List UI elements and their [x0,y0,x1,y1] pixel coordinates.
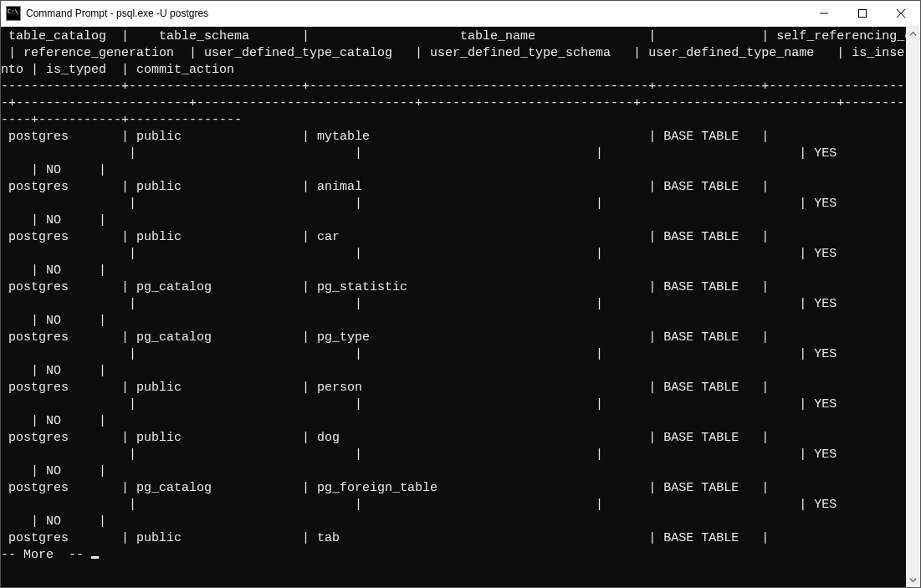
close-button[interactable] [882,1,920,26]
titlebar[interactable]: Command Prompt - psql.exe -U postgres [1,1,920,27]
cursor [91,556,99,559]
app-window: Command Prompt - psql.exe -U postgres ta… [0,0,921,588]
terminal-output[interactable]: table_catalog | table_schema | table_nam… [1,27,906,587]
svg-rect-0 [859,10,867,18]
window-title: Command Prompt - psql.exe -U postgres [26,8,208,19]
scroll-up-button[interactable] [906,27,920,41]
client-area: table_catalog | table_schema | table_nam… [1,27,920,587]
vertical-scrollbar[interactable] [906,27,920,587]
minimize-button[interactable] [805,1,843,26]
cmd-icon [6,6,21,21]
scroll-down-button[interactable] [906,573,920,587]
terminal-text: table_catalog | table_schema | table_nam… [1,28,903,564]
maximize-button[interactable] [843,1,882,26]
